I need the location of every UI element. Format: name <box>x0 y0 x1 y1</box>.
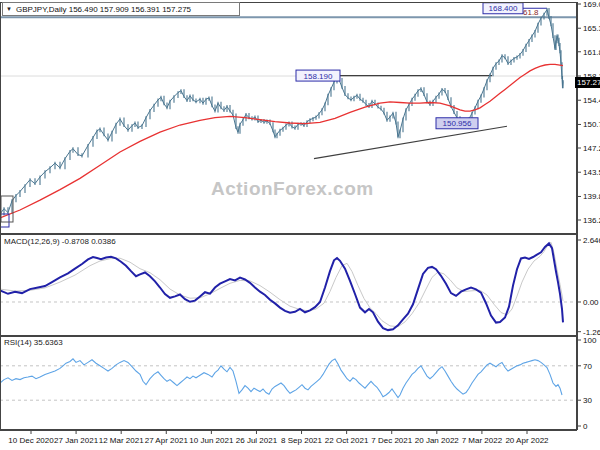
date-label: 20 Jan 2022 <box>415 436 460 445</box>
date-label: 10 Jun 2021 <box>189 436 234 445</box>
price-y-axis-label: 143.530 <box>583 168 600 177</box>
left-edge-marker-box <box>1 196 13 222</box>
date-label: 26 Jul 2021 <box>236 436 278 445</box>
dropdown-icon[interactable]: ▼ <box>6 6 12 12</box>
date-label: 10 Dec 2020 <box>8 436 54 445</box>
chart-window: 61.8168.400158.190150.956169.045165.3701… <box>0 0 600 450</box>
symbol-title: GBPJPY,Daily 156.490 157.909 156.391 157… <box>16 5 191 14</box>
price-y-axis-label: 147.205 <box>583 144 600 153</box>
date-label: 27 Apr 2021 <box>145 436 189 445</box>
date-label: 12 Mar 2021 <box>99 436 144 445</box>
rsi-title: RSI(14) 35.6363 <box>4 338 63 347</box>
date-label: 8 Sep 2021 <box>281 436 322 445</box>
price-y-axis-label: 169.045 <box>583 0 600 9</box>
date-label: 22 Oct 2021 <box>325 436 369 445</box>
support-trendline <box>314 126 507 158</box>
rsi-y-axis-label: 0 <box>583 422 588 431</box>
price-y-axis-label: 136.285 <box>583 216 600 225</box>
price-y-axis-label: 154.450 <box>583 96 600 105</box>
rsi-y-axis-label: 30 <box>583 396 592 405</box>
macd-y-axis-label: 0.00 <box>583 298 599 307</box>
chart-canvas[interactable]: 61.8168.400158.190150.956169.045165.3701… <box>0 0 600 450</box>
macd-y-axis-label: 2.6468 <box>583 236 600 245</box>
support-150-label: 150.956 <box>443 119 472 128</box>
price-y-axis-label: 165.370 <box>583 24 600 33</box>
watermark: ActionForex.com <box>211 178 374 200</box>
macd-signal-line <box>0 242 563 326</box>
price-y-axis-label: 139.855 <box>583 192 600 201</box>
current-price-tag: 157.275 <box>575 77 600 88</box>
rsi-y-axis-label: 100 <box>583 336 597 345</box>
date-label: 27 Jan 2021 <box>54 436 99 445</box>
macd-main-line <box>0 243 563 330</box>
price-y-axis-label: 150.775 <box>583 120 600 129</box>
resistance-168-label: 168.400 <box>489 4 518 13</box>
symbol-title-bar[interactable]: ▼ GBPJPY,Daily 156.490 157.909 156.391 1… <box>2 2 240 16</box>
fib-61-label: 61.8 <box>523 8 539 17</box>
date-label: 7 Dec 2021 <box>371 436 412 445</box>
date-label: 7 Mar 2022 <box>462 436 503 445</box>
date-label: 20 Apr 2022 <box>505 436 549 445</box>
rsi-line <box>0 359 562 398</box>
rsi-y-axis-label: 70 <box>583 362 592 371</box>
macd-title: MACD(12,26,9) -0.8708 0.0386 <box>4 237 116 246</box>
resistance-158-label: 158.190 <box>304 72 333 81</box>
price-y-axis-label: 161.800 <box>583 48 600 57</box>
